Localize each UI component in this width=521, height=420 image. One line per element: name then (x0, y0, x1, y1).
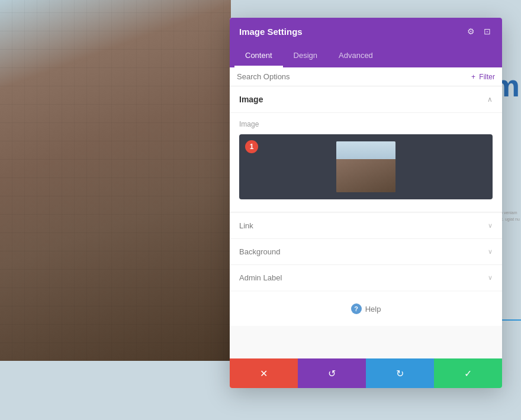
image-thumbnail (336, 141, 395, 192)
filter-label: Filter (479, 73, 495, 81)
plus-icon: + (471, 73, 475, 81)
link-section-title: Link (239, 221, 253, 230)
modal-title: Image Settings (239, 27, 303, 37)
modal-header: Image Settings ⚙ ⊡ (230, 18, 502, 45)
modal-tabs: Content Design Advanced (230, 45, 502, 67)
modal-footer: ✕ ↺ ↻ ✓ (230, 358, 502, 388)
building-photo (0, 0, 231, 361)
image-upload-area[interactable]: 1 (239, 134, 493, 199)
background-section-header[interactable]: Background ∨ (230, 239, 502, 264)
background-section-title: Background (239, 247, 280, 256)
expand-icon[interactable]: ⊡ (482, 26, 493, 37)
image-section-header[interactable]: Image ∧ (230, 86, 502, 113)
modal-body: Image ∧ Image 1 Link ∨ Background ∨ (230, 86, 502, 358)
image-badge: 1 (245, 140, 258, 153)
link-chevron-icon: ∨ (488, 222, 493, 230)
image-chevron-icon: ∧ (487, 95, 493, 104)
tab-design[interactable]: Design (283, 45, 328, 67)
modal-header-icons: ⚙ ⊡ (465, 26, 493, 37)
admin-label-section-header[interactable]: Admin Label ∨ (230, 265, 502, 290)
image-settings-modal: Image Settings ⚙ ⊡ Content Design Advanc… (230, 18, 502, 388)
search-bar: + Filter (230, 67, 502, 86)
background-chevron-icon: ∨ (488, 248, 493, 256)
tab-content[interactable]: Content (234, 45, 283, 67)
help-label[interactable]: Help (365, 305, 381, 314)
cancel-button[interactable]: ✕ (230, 358, 298, 388)
redo-button[interactable]: ↻ (366, 358, 434, 388)
help-area: ? Help (230, 292, 502, 326)
tab-advanced[interactable]: Advanced (328, 45, 384, 67)
link-section: Link ∨ (230, 212, 502, 238)
save-button[interactable]: ✓ (434, 358, 502, 388)
admin-label-section-title: Admin Label (239, 273, 282, 282)
admin-label-chevron-icon: ∨ (488, 274, 493, 282)
reset-button[interactable]: ↺ (298, 358, 366, 388)
filter-button[interactable]: + Filter (471, 73, 495, 81)
image-field-label: Image (239, 120, 493, 128)
help-icon: ? (351, 303, 362, 314)
link-section-header[interactable]: Link ∨ (230, 213, 502, 238)
background-section: Background ∨ (230, 238, 502, 264)
image-section: Image ∧ Image 1 (230, 86, 502, 211)
admin-label-section: Admin Label ∨ (230, 264, 502, 290)
image-section-content: Image 1 (230, 113, 502, 211)
image-section-title: Image (239, 95, 263, 104)
settings-icon[interactable]: ⚙ (465, 26, 476, 37)
search-input[interactable] (237, 72, 471, 81)
